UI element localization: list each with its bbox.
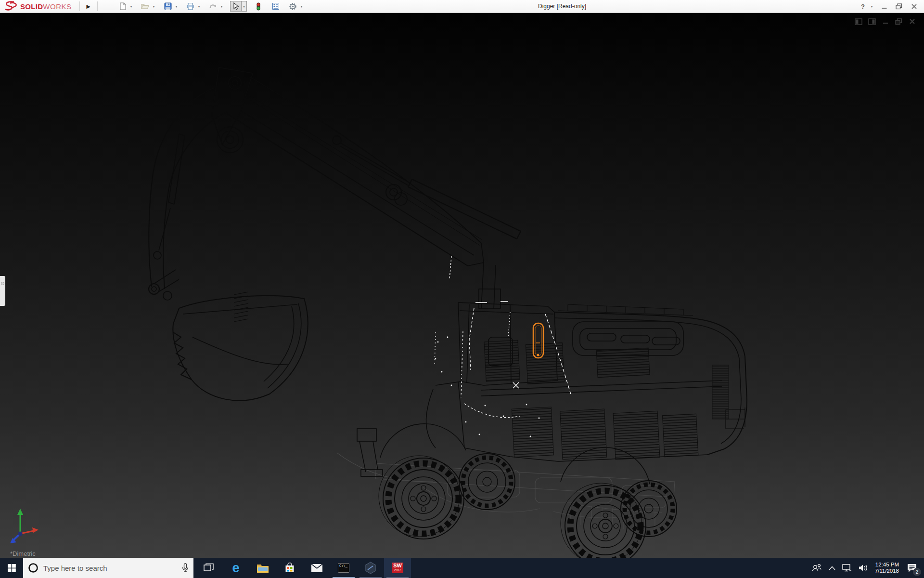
tray-time: 12:45 PM: [875, 562, 899, 568]
undo-arrow-icon: [209, 2, 217, 10]
hexagon-app-button[interactable]: [357, 558, 384, 578]
y-axis-arrow: [17, 509, 23, 515]
solidworks-2017-icon: SW 2017: [392, 563, 403, 573]
wheel-far-rear[interactable]: [621, 481, 677, 537]
start-button[interactable]: [0, 558, 23, 578]
command-prompt-button[interactable]: C:\_: [330, 558, 357, 578]
boom-cylinder[interactable]: [333, 136, 521, 239]
file-properties-button[interactable]: [270, 1, 282, 12]
featuremanager-flyout-tab[interactable]: [0, 276, 5, 306]
3ds-swoosh-icon: [4, 1, 18, 12]
graphics-viewport[interactable]: *Dimetric: [0, 13, 924, 558]
document-window-controls: [854, 18, 916, 25]
pane-toggle-left-button[interactable]: [854, 18, 862, 25]
hydraulic-coil[interactable]: [712, 365, 729, 419]
bucket-teeth[interactable]: [173, 332, 192, 380]
edge-icon: e: [232, 562, 239, 575]
action-center-button[interactable]: 2: [906, 562, 918, 574]
restore-button[interactable]: [894, 2, 904, 12]
quick-access-toolbar: ▾ ▾: [117, 1, 309, 12]
menu-expand-arrow[interactable]: ▶: [83, 2, 94, 11]
app-window-controls: ? ▾: [861, 0, 919, 13]
close-icon: [911, 3, 917, 10]
file-explorer-button[interactable]: [249, 558, 276, 578]
solidworks-application-window: SOLIDWORKS ▶ ▾ ▾: [0, 0, 924, 578]
mail-button[interactable]: [303, 558, 330, 578]
save-button[interactable]: [162, 1, 174, 12]
new-document-icon: [119, 2, 127, 10]
new-document-dropdown[interactable]: ▾: [128, 4, 134, 9]
microphone-icon[interactable]: [182, 563, 189, 573]
divider: [97, 1, 98, 11]
engine-grilles[interactable]: [484, 331, 698, 466]
bucket[interactable]: [173, 292, 308, 401]
notification-badge: 2: [913, 568, 921, 576]
command-prompt-icon: C:\_: [338, 563, 349, 573]
pinned-apps: e: [195, 558, 411, 578]
undo-button[interactable]: [207, 1, 219, 12]
taskbar-spacer: [411, 558, 811, 578]
task-view-button[interactable]: [195, 558, 222, 578]
stick-arm[interactable]: [149, 88, 227, 300]
select-cursor-icon: [232, 2, 239, 10]
view-orientation-label: *Dimetric: [10, 550, 36, 557]
print-button[interactable]: [185, 1, 196, 12]
x-axis-arrow: [32, 527, 38, 533]
undo-dropdown[interactable]: ▾: [219, 4, 224, 9]
minimize-button[interactable]: [879, 2, 889, 12]
chevron-up-icon[interactable]: [829, 566, 835, 570]
titlebar: SOLIDWORKS ▶ ▾ ▾: [0, 0, 924, 13]
open-document-dropdown[interactable]: ▾: [151, 4, 156, 9]
clock[interactable]: 12:45 PM 7/11/2018: [875, 562, 899, 574]
taskbar: Type here to search e: [0, 558, 924, 578]
tray-date: 7/11/2018: [875, 568, 899, 574]
print-dropdown[interactable]: ▾: [196, 4, 202, 9]
solidworks-logo: SOLIDWORKS: [0, 0, 77, 13]
digger-wireframe-model[interactable]: [0, 13, 924, 558]
save-floppy-icon: [164, 2, 172, 10]
system-tray: 12:45 PM 7/11/2018 2: [811, 558, 924, 578]
save-dropdown[interactable]: ▾: [174, 4, 179, 9]
cortana-icon: [28, 563, 38, 573]
store-button[interactable]: [276, 558, 303, 578]
pane-toggle-right-button[interactable]: [868, 18, 876, 25]
windows-logo-icon: [8, 564, 16, 572]
edge-button[interactable]: e: [222, 558, 249, 578]
solidworks-taskbar-button[interactable]: SW 2017: [384, 558, 411, 578]
wheel-far-front[interactable]: [459, 454, 515, 510]
body-housing[interactable]: [357, 304, 747, 484]
traffic-light-icon: [255, 2, 262, 11]
doc-minimize-icon: [882, 18, 889, 25]
boom-arm[interactable]: [226, 77, 484, 266]
help-button[interactable]: ?: [861, 3, 865, 10]
close-button[interactable]: [909, 2, 919, 12]
doc-restore-button[interactable]: [895, 18, 903, 25]
volume-icon[interactable]: [859, 564, 868, 572]
doc-close-button[interactable]: [908, 18, 916, 25]
open-folder-icon: [141, 2, 149, 10]
select-tool-button[interactable]: [230, 1, 242, 12]
options-button[interactable]: [287, 1, 299, 12]
task-view-icon: [204, 563, 214, 573]
divider: [79, 1, 80, 11]
new-document-button[interactable]: [117, 1, 128, 12]
boom-elbow[interactable]: [212, 67, 253, 153]
rebuild-button[interactable]: [253, 1, 264, 12]
select-tool-dropdown[interactable]: ▾: [242, 1, 247, 12]
pane-right-icon: [868, 18, 876, 25]
brand-works-text: WORKS: [43, 2, 71, 11]
brand-solid-text: SOLID: [20, 2, 43, 11]
taskbar-search-input[interactable]: Type here to search: [23, 558, 193, 578]
file-properties-icon: [272, 2, 280, 10]
help-dropdown[interactable]: ▾: [869, 4, 874, 9]
doc-close-icon: [909, 18, 915, 25]
doc-minimize-button[interactable]: [881, 18, 889, 25]
open-document-button[interactable]: [140, 1, 151, 12]
front-wheel-arch[interactable]: [380, 424, 466, 458]
network-icon[interactable]: [842, 564, 852, 572]
mail-icon: [311, 564, 323, 573]
people-icon[interactable]: [811, 564, 822, 572]
gear-icon: [289, 2, 297, 11]
minimize-icon: [881, 3, 887, 10]
options-dropdown[interactable]: ▾: [299, 4, 304, 9]
